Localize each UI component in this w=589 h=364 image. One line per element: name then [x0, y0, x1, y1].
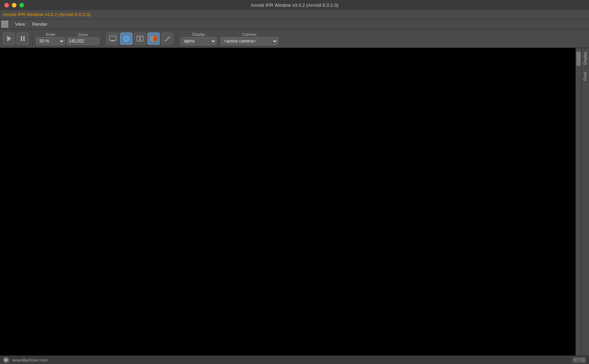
scale-label: Scale [45, 32, 55, 36]
render-canvas [0, 48, 575, 355]
status-bar: M www.MacDown.com 热下载 [0, 355, 589, 364]
svg-rect-0 [109, 36, 116, 40]
main-content: Display Pixel [0, 48, 589, 355]
play-icon [7, 36, 11, 41]
status-badge: 热下载 [573, 357, 586, 363]
app-title-bar: Arnold IPR Window v3.0.2 (Arnold 6.0.2.0… [0, 10, 589, 19]
zoom-group: Zoom [67, 33, 99, 45]
svg-rect-9 [140, 36, 143, 41]
separator-2 [103, 32, 103, 45]
svg-rect-11 [150, 36, 154, 41]
logo-letter: M [5, 358, 8, 362]
display-label: Display [181, 32, 216, 36]
globe-icon [123, 35, 130, 42]
display-camera-controls: Display Camera alpha beauty diffuse <act… [181, 32, 278, 45]
status-logo: M [3, 357, 9, 363]
app-title: Arnold IPR Window v3.0.2 (Arnold 6.0.2.0… [3, 12, 91, 17]
window-title: Arnold IPR Window v3.0.2 (Arnold 6.0.2.0… [251, 3, 339, 8]
status-right: 热下载 [573, 357, 586, 363]
status-url: www.MacDown.com [12, 358, 48, 362]
brush-icon [164, 35, 170, 42]
color-view-button[interactable] [147, 33, 160, 45]
split-view-button[interactable] [134, 33, 146, 45]
camera-select[interactable]: <active camera> [221, 37, 278, 45]
scale-group: Scale 50 % 100 % 200 % [36, 32, 65, 45]
split-view-icon [136, 36, 143, 41]
pause-icon [21, 36, 25, 41]
maximize-button[interactable] [19, 3, 24, 8]
playback-controls [3, 33, 29, 45]
display-select[interactable]: alpha beauty diffuse [181, 37, 216, 45]
menu-render[interactable]: Render [29, 21, 50, 28]
pause-button[interactable] [16, 33, 29, 45]
close-button[interactable] [4, 3, 9, 8]
color-view-icon [150, 36, 157, 41]
brush-button[interactable] [161, 33, 173, 45]
minimize-button[interactable] [12, 3, 16, 8]
sidebar-tab-pixel[interactable]: Pixel [581, 68, 589, 84]
scrollbar-thumb[interactable] [576, 51, 581, 66]
window-controls[interactable] [4, 3, 24, 8]
toolbar: Scale 50 % 100 % 200 % Zoom [0, 29, 589, 48]
scrollbar-track[interactable] [575, 48, 581, 355]
play-button[interactable] [3, 33, 15, 45]
monitor-icon [109, 36, 116, 41]
right-sidebar: Display Pixel [581, 48, 589, 355]
scale-select[interactable]: 50 % 100 % 200 % [36, 37, 65, 45]
menu-view[interactable]: View [12, 21, 28, 28]
separator-3 [177, 32, 177, 45]
separator-1 [32, 32, 33, 45]
grid-icon [1, 21, 9, 28]
sidebar-tab-display[interactable]: Display [581, 48, 589, 68]
zoom-label: Zoom [78, 33, 88, 37]
menu-bar: View Render [0, 19, 589, 29]
camera-label: Camera [221, 32, 278, 36]
monitor-view-button[interactable] [107, 33, 119, 45]
view-mode-buttons [107, 33, 173, 45]
title-bar: Arnold IPR Window v3.0.2 (Arnold 6.0.2.0… [0, 0, 589, 10]
globe-view-button[interactable] [120, 33, 132, 45]
zoom-input[interactable] [67, 38, 99, 45]
svg-rect-8 [137, 36, 140, 41]
